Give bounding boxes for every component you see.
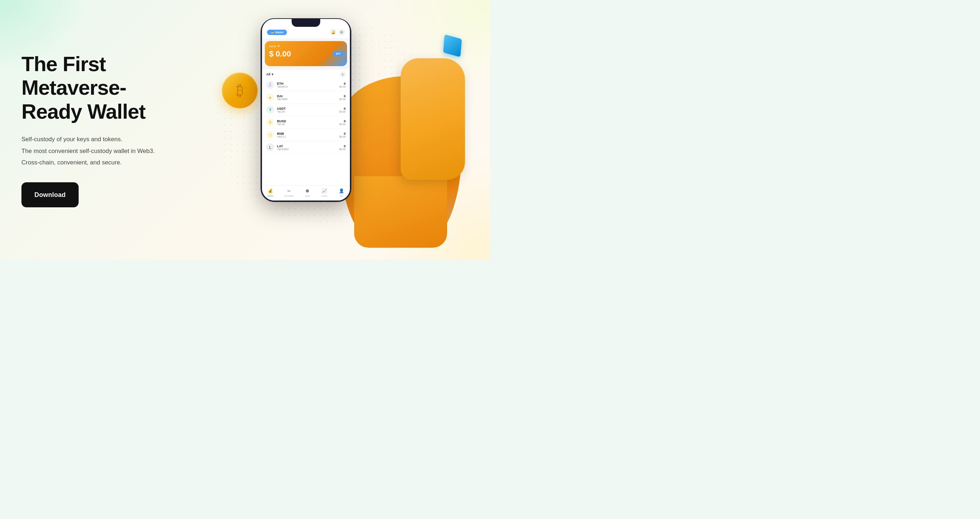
lat-symbol: LAT xyxy=(277,145,336,148)
bnb-value: $0.00 xyxy=(339,135,345,138)
nft-badge: NFT xyxy=(333,51,344,56)
token-row-bnb: ⬡ BNB +$371.1 0 $0.00 xyxy=(262,129,350,141)
page-container: The First Metaverse- Ready Wallet Self-c… xyxy=(0,0,490,260)
nav-invest[interactable]: 📈 Invest xyxy=(321,188,328,197)
busd-value: $0.00 xyxy=(339,123,345,126)
hand-wrist xyxy=(354,176,447,248)
app-ui: 💳 Wallet 🔔 ⊞ Asset xyxy=(262,19,350,201)
me-nav-label: Me xyxy=(340,195,343,197)
lat-icon: L xyxy=(266,143,274,151)
nav-exchange[interactable]: ↔ Exchange xyxy=(284,188,294,197)
nav-me[interactable]: 👤 Me xyxy=(338,188,345,197)
lat-price: +$0.03587 xyxy=(277,148,336,150)
right-content: ₿ 💳 Wallet xyxy=(200,8,469,251)
subtitle-line-2: The most convenient self-custody wallet … xyxy=(21,146,186,156)
notification-icon: 🔔 xyxy=(330,29,336,35)
dai-amount: 0 xyxy=(339,94,345,98)
invest-nav-icon: 📈 xyxy=(321,188,328,194)
token-row-eth: Ξ ETH +$3439.9 0 $0.00 xyxy=(262,79,350,91)
token-list-header: All ▾ + xyxy=(262,69,350,79)
phone-notch xyxy=(292,19,320,27)
eth-amount: 0 xyxy=(339,82,345,86)
bnb-icon: ⬡ xyxy=(266,131,274,139)
busd-icon: B xyxy=(266,118,274,126)
hero-title: The First Metaverse- Ready Wallet xyxy=(21,52,186,124)
usdt-info: USDT +$1.00 xyxy=(277,107,336,113)
token-row-lat: L LAT +$0.03587 0 $0.00 xyxy=(262,141,350,154)
qr-icon: ⊞ xyxy=(339,29,345,35)
usdt-value: $0.00 xyxy=(339,110,345,113)
add-token-button[interactable]: + xyxy=(340,72,345,77)
asset-card: Asset 👁 $ 0.00 NFT xyxy=(265,41,347,66)
phone-mockup: 💳 Wallet 🔔 ⊞ Asset xyxy=(261,19,351,201)
invest-nav-label: Invest xyxy=(322,195,328,197)
bottom-nav: 💰 Wallet ↔ Exchange ⊕ Dapp xyxy=(262,185,350,201)
dapp-nav-label: Dapp xyxy=(305,195,310,197)
bnb-balance: 0 $0.00 xyxy=(339,132,345,138)
bnb-amount: 0 xyxy=(339,132,345,135)
dai-balance: 0 $0.00 xyxy=(339,94,345,100)
busd-balance: 0 $0.00 xyxy=(339,119,345,126)
busd-amount: 0 xyxy=(339,119,345,123)
nav-dapp[interactable]: ⊕ Dapp xyxy=(304,188,310,197)
eth-price: +$3439.9 xyxy=(277,86,336,88)
me-nav-icon: 👤 xyxy=(338,188,345,194)
usdt-symbol: USDT xyxy=(277,107,336,110)
wallet-tab: 💳 Wallet xyxy=(267,30,287,35)
wallet-nav-label: Wallet xyxy=(267,195,273,197)
lat-balance: 0 $0.00 xyxy=(339,145,345,150)
token-list: Ξ ETH +$3439.9 0 $0.00 xyxy=(262,79,350,185)
exchange-nav-label: Exchange xyxy=(284,195,294,197)
eth-info: ETH +$3439.9 xyxy=(277,82,336,88)
lat-value: $0.00 xyxy=(339,148,345,150)
bnb-symbol: BNB xyxy=(277,132,336,135)
eth-icon: Ξ xyxy=(266,81,274,89)
eth-balance: 0 $0.00 xyxy=(339,82,345,88)
token-row-usdt: ₮ USDT +$1.00 0 $0.00 xyxy=(262,103,350,116)
dai-value: $0.00 xyxy=(339,98,345,100)
dai-icon: ◈ xyxy=(266,93,274,101)
phone-screen: 💳 Wallet 🔔 ⊞ Asset xyxy=(262,19,350,201)
subtitle-line-1: Self-custody of your keys and tokens. xyxy=(21,134,186,145)
nav-wallet[interactable]: 💰 Wallet xyxy=(267,188,274,197)
lat-info: LAT +$0.03587 xyxy=(277,145,336,150)
dai-price: +$0.9996 xyxy=(277,98,336,100)
asset-amount: $ 0.00 xyxy=(269,49,343,59)
usdt-balance: 0 $0.00 xyxy=(339,107,345,113)
all-filter: All ▾ xyxy=(266,73,274,76)
dai-symbol: DAI xyxy=(277,94,336,98)
asset-label: Asset 👁 xyxy=(269,45,343,48)
wallet-nav-icon: 💰 xyxy=(267,188,274,194)
lat-amount: 0 xyxy=(339,145,345,148)
bnb-info: BNB +$371.1 xyxy=(277,132,336,138)
usdt-icon: ₮ xyxy=(266,106,274,114)
subtitle-block: Self-custody of your keys and tokens. Th… xyxy=(21,134,186,168)
subtitle-line-3: Cross-chain, convenient, and secure. xyxy=(21,158,186,168)
hand-fingers xyxy=(401,58,465,180)
left-content: The First Metaverse- Ready Wallet Self-c… xyxy=(21,52,186,208)
busd-info: BUSD +$1.00 xyxy=(277,119,336,126)
token-row-dai: ◈ DAI +$0.9996 0 $0.00 xyxy=(262,91,350,103)
download-button[interactable]: Download xyxy=(21,182,79,207)
eth-value: $0.00 xyxy=(339,86,345,88)
dai-info: DAI +$0.9996 xyxy=(277,94,336,100)
usdt-amount: 0 xyxy=(339,107,345,110)
busd-price: +$1.00 xyxy=(277,123,336,126)
bnb-price: +$371.1 xyxy=(277,135,336,138)
busd-symbol: BUSD xyxy=(277,119,336,123)
header-icons: 🔔 ⊞ xyxy=(330,29,345,35)
token-row-busd: B BUSD +$1.00 0 $0.00 xyxy=(262,116,350,129)
eth-symbol: ETH xyxy=(277,82,336,86)
phone-hand-wrapper: 💳 Wallet 🔔 ⊞ Asset xyxy=(247,15,469,248)
exchange-nav-icon: ↔ xyxy=(286,188,292,194)
dapp-nav-icon: ⊕ xyxy=(304,188,310,194)
usdt-price: +$1.00 xyxy=(277,110,336,113)
